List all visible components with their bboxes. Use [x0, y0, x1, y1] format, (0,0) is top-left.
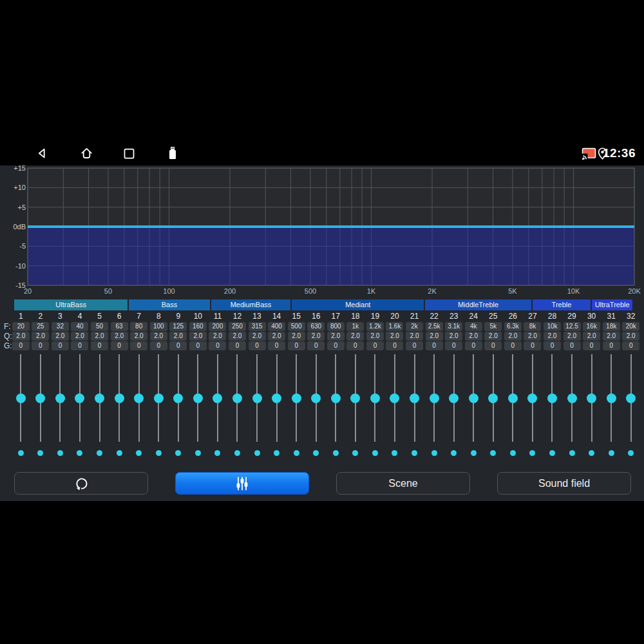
q-factor-chip[interactable]: 2.0: [583, 332, 600, 341]
gain-chip[interactable]: 0: [366, 341, 384, 350]
q-factor-chip[interactable]: 2.0: [12, 332, 30, 341]
gain-slider[interactable]: [464, 353, 484, 462]
gain-slider[interactable]: [50, 353, 70, 462]
gain-slider[interactable]: [90, 353, 109, 462]
slider-thumb[interactable]: [350, 393, 360, 403]
gain-chip[interactable]: 0: [229, 341, 246, 350]
gain-slider[interactable]: [227, 353, 247, 462]
q-factor-chip[interactable]: 2.0: [504, 332, 522, 341]
slider-thumb[interactable]: [35, 393, 45, 403]
gain-slider[interactable]: [582, 353, 601, 462]
slider-thumb[interactable]: [95, 393, 104, 403]
q-factor-chip[interactable]: 2.0: [288, 332, 305, 341]
slider-thumb[interactable]: [449, 393, 459, 403]
frequency-chip[interactable]: 250: [229, 322, 246, 331]
slider-thumb[interactable]: [213, 393, 222, 403]
q-factor-chip[interactable]: 2.0: [603, 332, 620, 341]
q-factor-chip[interactable]: 2.0: [327, 332, 345, 341]
gain-chip[interactable]: 0: [12, 341, 30, 350]
q-factor-chip[interactable]: 2.0: [229, 332, 246, 341]
gain-slider[interactable]: [404, 353, 424, 462]
q-factor-chip[interactable]: 2.0: [32, 332, 49, 341]
q-factor-chip[interactable]: 2.0: [524, 332, 541, 341]
slider-thumb[interactable]: [75, 393, 84, 403]
frequency-chip[interactable]: 16k: [583, 322, 600, 331]
slider-thumb[interactable]: [626, 393, 636, 403]
frequency-chip[interactable]: 1k: [346, 322, 364, 331]
gain-chip[interactable]: 0: [426, 341, 443, 350]
q-factor-chip[interactable]: 2.0: [406, 332, 423, 341]
frequency-chip[interactable]: 200: [209, 322, 226, 331]
gain-slider[interactable]: [523, 353, 543, 462]
slider-thumb[interactable]: [488, 393, 498, 403]
gain-slider[interactable]: [31, 353, 51, 462]
slider-thumb[interactable]: [587, 393, 596, 403]
gain-slider[interactable]: [385, 353, 405, 462]
frequency-chip[interactable]: 18k: [603, 322, 620, 331]
q-factor-chip[interactable]: 2.0: [209, 332, 226, 341]
q-factor-chip[interactable]: 2.0: [150, 332, 167, 341]
slider-thumb[interactable]: [370, 393, 380, 403]
gain-slider[interactable]: [109, 353, 129, 462]
gain-chip[interactable]: 0: [484, 341, 502, 350]
frequency-chip[interactable]: 8k: [524, 322, 541, 331]
frequency-chip[interactable]: 63: [111, 322, 128, 331]
frequency-chip[interactable]: 50: [91, 322, 108, 331]
slider-thumb[interactable]: [311, 393, 321, 403]
gain-chip[interactable]: 0: [71, 341, 88, 350]
gain-chip[interactable]: 0: [524, 341, 541, 350]
slider-thumb[interactable]: [390, 393, 399, 403]
gain-chip[interactable]: 0: [150, 341, 167, 350]
gain-chip[interactable]: 0: [91, 341, 108, 350]
frequency-chip[interactable]: 500: [288, 322, 305, 331]
gain-slider[interactable]: [542, 353, 562, 462]
frequency-chip[interactable]: 125: [169, 322, 187, 331]
frequency-chip[interactable]: 32: [52, 322, 69, 331]
frequency-chip[interactable]: 20k: [622, 322, 639, 331]
q-factor-chip[interactable]: 2.0: [130, 332, 147, 341]
q-factor-chip[interactable]: 2.0: [249, 332, 266, 341]
q-factor-chip[interactable]: 2.0: [111, 332, 128, 341]
gain-slider[interactable]: [444, 353, 464, 462]
slider-thumb[interactable]: [55, 393, 65, 403]
slider-thumb[interactable]: [154, 393, 164, 403]
frequency-chip[interactable]: 3.1k: [445, 322, 462, 331]
usb-status[interactable]: [164, 140, 181, 166]
q-factor-chip[interactable]: 2.0: [465, 332, 482, 341]
gain-slider[interactable]: [208, 353, 228, 462]
gain-chip[interactable]: 0: [544, 341, 561, 350]
q-factor-chip[interactable]: 2.0: [386, 332, 403, 341]
q-factor-chip[interactable]: 2.0: [268, 332, 285, 341]
frequency-chip[interactable]: 400: [268, 322, 285, 331]
q-factor-chip[interactable]: 2.0: [346, 332, 364, 341]
gain-slider[interactable]: [365, 353, 385, 462]
gain-slider[interactable]: [424, 353, 444, 462]
q-factor-chip[interactable]: 2.0: [445, 332, 462, 341]
gain-chip[interactable]: 0: [583, 341, 600, 350]
frequency-chip[interactable]: 40: [71, 322, 88, 331]
gain-chip[interactable]: 0: [189, 341, 207, 350]
gain-chip[interactable]: 0: [445, 341, 462, 350]
gain-chip[interactable]: 0: [465, 341, 482, 350]
slider-thumb[interactable]: [173, 393, 183, 403]
slider-thumb[interactable]: [16, 393, 26, 403]
frequency-chip[interactable]: 20: [12, 322, 30, 331]
gain-slider[interactable]: [346, 353, 366, 462]
slider-thumb[interactable]: [331, 393, 341, 403]
gain-chip[interactable]: 0: [169, 341, 187, 350]
frequency-chip[interactable]: 10k: [544, 322, 561, 331]
slider-thumb[interactable]: [252, 393, 262, 403]
q-factor-chip[interactable]: 2.0: [169, 332, 187, 341]
nav-back-button[interactable]: [33, 140, 50, 166]
frequency-chip[interactable]: 80: [130, 322, 147, 331]
gain-chip[interactable]: 0: [130, 341, 147, 350]
frequency-chip[interactable]: 315: [249, 322, 266, 331]
gain-slider[interactable]: [287, 353, 307, 462]
frequency-chip[interactable]: 630: [307, 322, 325, 331]
gain-chip[interactable]: 0: [346, 341, 364, 350]
gain-chip[interactable]: 0: [111, 341, 128, 350]
gain-slider[interactable]: [129, 353, 149, 462]
gain-chip[interactable]: 0: [288, 341, 305, 350]
slider-thumb[interactable]: [232, 393, 242, 403]
q-factor-chip[interactable]: 2.0: [52, 332, 69, 341]
